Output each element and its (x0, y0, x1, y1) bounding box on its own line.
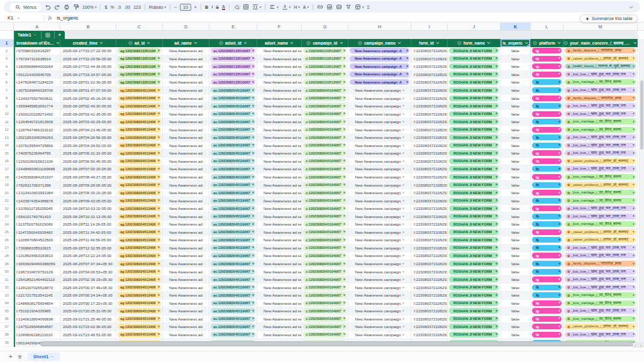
cell-E38[interactable]: as:120230820451190677▾ (209, 331, 257, 339)
cell-H29[interactable]: New Awareness campaign▾ (348, 260, 411, 268)
dropdown-chip[interactable]: fb▾ (532, 269, 562, 275)
text-wrap-button[interactable]: H▾ (294, 5, 300, 9)
cell-B9[interactable]: 2025-08-28T02:49:30-05:00 (60, 102, 116, 111)
cell-F18[interactable]: New Awareness ad set (257, 173, 302, 182)
dropdown-chip[interactable]: ROSHAN JI NEW FORM▾ (449, 150, 499, 156)
cell-M2[interactable]: ✿_family_disputes_/_पारिवारिक_कलह▾ (564, 47, 638, 55)
dropdown-chip[interactable]: c:120230820451040677▾ (303, 229, 347, 235)
cell-F14[interactable]: New Awareness ad set (257, 142, 302, 150)
cell-H35[interactable]: New Awareness campaign▾ (348, 307, 411, 315)
dropdown-chip[interactable]: c:120230820451040677▾ (303, 277, 347, 282)
cell-B5[interactable]: 2025-08-27T23:34:57-05:00 (60, 71, 116, 79)
cell-D29[interactable]: New Awareness ad (163, 260, 209, 268)
fill-color-button[interactable] (233, 4, 240, 10)
cell-G10[interactable]: c:120230820451040677▾ (302, 110, 348, 118)
cell-H34[interactable]: New Awareness campaign▾ (348, 300, 411, 308)
zoom-select[interactable]: 100%▾ (82, 5, 96, 9)
cell-F20[interactable]: New Awareness ad set (257, 189, 302, 197)
dropdown-chip[interactable]: ROSHAN JI NEW FORM▾ (449, 96, 499, 101)
cell-J11[interactable]: ROSHAN JI NEW FORM▾ (448, 118, 501, 126)
dropdown-chip[interactable]: ig▾ (532, 324, 562, 329)
cell-F27[interactable]: New Awareness ad set (257, 244, 302, 253)
row-number-19[interactable]: 19 (0, 181, 14, 189)
dropdown-chip[interactable]: ag:120230820451340677▾ (118, 206, 161, 211)
column-letter-H[interactable]: H (348, 23, 411, 30)
cell-A21[interactable]: l:1433974354388978 (14, 197, 60, 205)
cell-L2[interactable]: ig▾ (531, 47, 564, 55)
dropdown-chip[interactable]: ag:120230820451340677▾ (118, 103, 161, 109)
vertical-align-button[interactable]: ▾ (282, 4, 291, 10)
column-header-ad_name[interactable]: ad_name (163, 39, 209, 47)
dropdown-chip[interactable]: ✿_lost_love_/_खोया_हुआ_प्यार_वापस_पाना▾ (565, 332, 636, 337)
dropdown-chip[interactable]: New Awareness campaign -A▾ (350, 72, 409, 77)
cell-H16[interactable]: New Awareness campaign▾ (348, 158, 411, 166)
dropdown-chip[interactable]: ✿_career_problems_/_करियर_की_समस्याएं▾ (565, 324, 636, 329)
grid-corner[interactable] (0, 23, 14, 30)
bold-button[interactable]: B (205, 5, 208, 9)
cell-C22[interactable]: ag:120230820451340677▾ (116, 205, 163, 213)
horizontal-align-button[interactable]: ▾ (269, 4, 279, 10)
cell-F13[interactable]: New Awareness ad set (257, 134, 302, 142)
cell-L14[interactable]: fb▾ (531, 142, 564, 150)
cell-M11[interactable]: ✿_love_marriage_/_लव_मैरिज_समस्या▾ (564, 118, 638, 126)
cell-B34[interactable]: 2025-08-29T00:17:20+05:30 (60, 300, 116, 308)
cell-H28[interactable]: New Awareness campaign▾ (348, 252, 411, 260)
row-number-22[interactable]: 22 (0, 205, 14, 213)
cell-C27[interactable]: ag:120230820451340677▾ (116, 244, 163, 253)
cell-L16[interactable]: ig▾ (531, 158, 564, 166)
dropdown-chip[interactable]: c:120230821335120677▾ (303, 63, 347, 69)
cell-H21[interactable]: New Awareness campaign▾ (348, 197, 411, 205)
cell-M29[interactable]: ✿_family_disputes_/_पारिवारिक_कलह▾ (564, 260, 638, 268)
dropdown-chip[interactable]: as:120230820451190677▾ (211, 190, 255, 195)
cell-L23[interactable]: fb▾ (531, 212, 564, 221)
cell-A30[interactable]: l:1967334670752129 (14, 268, 60, 276)
cell-I23[interactable]: f:2230803721082916 (411, 212, 448, 221)
column-header-your_main_concern____[interactable]: your_main_concern_/_समस्या_क्या_है? (564, 39, 638, 47)
cell-E32[interactable]: as:120230820451190677▾ (209, 283, 257, 292)
table-views-button[interactable]: ▾ (355, 4, 364, 10)
cell-E31[interactable]: as:120230820451190677▾ (209, 276, 257, 284)
cell-G2[interactable]: c:120230821335120677▾ (302, 47, 348, 55)
dropdown-chip[interactable]: ✿_love_marriage_/_लव_मैरिज_समस्या▾ (565, 198, 636, 204)
cell-J32[interactable]: ROSHAN JI NEW FORM▾ (448, 283, 501, 292)
cell-L8[interactable]: ig▾ (531, 94, 564, 102)
dropdown-chip[interactable]: as:120230820451190677▾ (211, 277, 255, 282)
cell-D27[interactable]: New Awareness ad (163, 244, 209, 253)
cell-M12[interactable]: ✿_love_marriage_/_लव_मैरिज_समस्या▾ (564, 126, 638, 134)
add-sheet-button[interactable]: + (9, 353, 13, 360)
cell-I38[interactable]: f:2230803721082916 (411, 331, 448, 339)
dropdown-chip[interactable]: ✿_love_marriage_/_लव_मैरिज_समस्या▾ (565, 316, 636, 322)
cell-L18[interactable]: ig▾ (531, 173, 564, 182)
row-number-37[interactable]: 37 (0, 323, 14, 331)
row-number-27[interactable]: 27 (0, 244, 14, 253)
cell-M5[interactable]: ✿_lost_love_/_खोया_हुआ_प्यार_वापस_पाना▾ (564, 71, 638, 79)
cell-B22[interactable]: 2025-08-28T10:03:10-05:00 (60, 205, 116, 213)
cell-I16[interactable]: f:2230803721082916 (411, 158, 448, 166)
cell-M17[interactable]: ✿_lost_love_/_खोया_हुआ_प्यार_वापस_पाना▾ (564, 165, 638, 173)
cell-M7[interactable]: ✿_lost_love_/_खोया_हुआ_प्यार_वापस_पाना▾ (564, 87, 638, 95)
row-number-35[interactable]: 35 (0, 307, 14, 315)
cell-H22[interactable]: New Awareness campaign▾ (348, 205, 411, 213)
cell-G38[interactable]: c:120230820451040677▾ (302, 331, 348, 339)
dropdown-chip[interactable]: fb▾ (532, 245, 562, 251)
row-number-34[interactable]: 34 (0, 300, 14, 308)
cell-E13[interactable]: as:120230820451190677▾ (209, 134, 257, 142)
cell-J3[interactable]: ROSHAN JI NEW FORM▾ (448, 55, 501, 63)
dropdown-chip[interactable]: ag:120230820451340677▾ (118, 158, 161, 164)
cell-K24[interactable]: false (501, 221, 531, 229)
cell-G6[interactable]: c:120230821335120677▾ (302, 79, 348, 87)
dropdown-chip[interactable]: ✿_lost_love_/_खोया_हुआ_प्यार_वापस_पाना▾ (565, 253, 636, 258)
cell-M20[interactable]: ✿_love_marriage_/_लव_मैरिज_समस्या▾ (564, 189, 638, 197)
sheet-tab[interactable]: Sheet1 (28, 353, 60, 361)
row-number-36[interactable]: 36 (0, 315, 14, 324)
cell-J30[interactable]: ROSHAN JI NEW FORM▾ (448, 268, 501, 276)
dropdown-chip[interactable]: c:120230820451040677▾ (303, 221, 347, 227)
cell-I5[interactable]: f:2230803721082916 (411, 71, 448, 79)
dropdown-chip[interactable]: ✿_love_marriage_/_लव_मैरिज_समस्या▾ (565, 174, 636, 180)
cell-B25[interactable]: 2025-08-28T11:34:42-05:00 (60, 229, 116, 237)
cell-L19[interactable]: fb▾ (531, 181, 564, 189)
cell-J18[interactable]: ROSHAN JI NEW FORM▾ (448, 173, 501, 182)
cell-G20[interactable]: c:120230820451040677▾ (302, 189, 348, 197)
cell-B37[interactable]: 2025-09-01T23:02:36-05:00 (60, 323, 116, 331)
dropdown-chip[interactable]: ✿_lost_love_/_खोया_हुआ_प्यार_वापस_पाना▾ (565, 87, 636, 93)
